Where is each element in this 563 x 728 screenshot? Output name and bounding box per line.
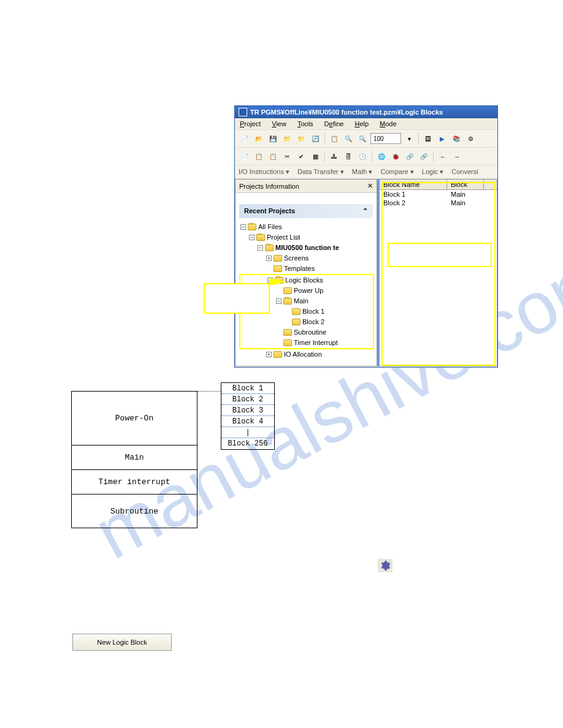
menu-tools[interactable]: Tools xyxy=(297,120,313,127)
page-icon[interactable]: 📋 xyxy=(328,132,340,145)
page-icon[interactable]: 📄 xyxy=(239,150,251,162)
callout-tail xyxy=(270,278,287,286)
menu-define[interactable]: Define xyxy=(324,120,344,127)
tree-io-allocation[interactable]: +IO Allocation xyxy=(240,349,374,360)
list-item: Block 256 xyxy=(221,438,274,449)
window-title: TR PGMS¥OffLine¥MIU0500 function test.pz… xyxy=(250,108,443,116)
network-icon[interactable]: 🖧 xyxy=(328,150,340,162)
select-icon[interactable]: ▦ xyxy=(309,150,321,162)
link-icon[interactable]: 🔗 xyxy=(404,150,416,162)
app-icon xyxy=(239,108,247,116)
lane-main: Main xyxy=(71,445,197,469)
list-item: | xyxy=(221,427,274,438)
lane-timer-interrupt: Timer interrupt xyxy=(71,469,197,494)
lane-power-on: Power-On xyxy=(71,391,197,445)
collapse-icon[interactable]: ⌃ xyxy=(362,207,368,215)
new-logic-block-button[interactable]: New Logic Block xyxy=(72,634,172,651)
titlebar: TR PGMS¥OffLine¥MIU0500 function test.pz… xyxy=(235,106,497,118)
instruction-bar: I/O Instructions ▾ Data Transfer ▾ Math … xyxy=(235,165,497,179)
tree-project-name[interactable]: −MIU0500 function te xyxy=(240,243,374,253)
tree-templates[interactable]: Templates xyxy=(240,264,374,274)
save-icon[interactable]: 💾 xyxy=(267,132,279,145)
instr-logic[interactable]: Logic ▾ xyxy=(422,168,443,175)
menu-help[interactable]: Help xyxy=(354,120,369,127)
arrow-right-icon[interactable]: → xyxy=(451,150,463,162)
instr-conversion[interactable]: Conversi xyxy=(451,168,478,175)
tree-block2[interactable]: Block 2 xyxy=(242,317,373,327)
stack-icon[interactable]: 📚 xyxy=(450,132,462,145)
tree-screens[interactable]: +Screens xyxy=(240,253,374,264)
panel-title: Projects Information xyxy=(239,183,299,190)
instr-io[interactable]: I/O Instructions ▾ xyxy=(239,168,289,175)
play-icon[interactable]: ▶ xyxy=(436,132,448,145)
db-icon[interactable]: 🗄 xyxy=(342,150,354,162)
open-icon[interactable]: 📂 xyxy=(253,132,265,145)
menu-project[interactable]: Project xyxy=(240,120,261,127)
list-item: Block 1 xyxy=(221,383,274,394)
arrow-left-icon[interactable]: ← xyxy=(437,150,449,162)
instr-math[interactable]: Math ▾ xyxy=(352,168,373,175)
highlight-right-inner xyxy=(388,243,492,267)
menubar: Project View Tools Define Help Mode xyxy=(235,118,497,130)
tree-timer-interrupt[interactable]: Timer Interrupt xyxy=(242,338,373,348)
globe-icon[interactable]: 🌐 xyxy=(375,150,388,162)
toolbar-2: 📄 📋 📋 ✂ ✔ ▦ 🖧 🗄 🕒 🌐 🐞 🔗 🔗 ← → xyxy=(235,148,497,165)
paste-icon[interactable]: 📋 xyxy=(267,150,279,162)
cut-icon[interactable]: ✂ xyxy=(281,150,293,162)
lane-subroutine: Subroutine xyxy=(71,494,197,528)
menu-view[interactable]: View xyxy=(272,120,286,127)
copy-icon[interactable]: 📋 xyxy=(253,150,265,162)
gear-icon-standalone xyxy=(378,559,393,572)
tree-subroutine[interactable]: Subroutine xyxy=(242,327,373,338)
chain-icon[interactable]: 🔗 xyxy=(418,150,430,162)
chevron-down-icon[interactable]: ▾ xyxy=(403,132,415,145)
list-item: Block 2 xyxy=(221,394,274,405)
projects-panel: Projects Information ✕ Recent Projects ⌃… xyxy=(235,179,377,366)
screen-icon[interactable]: 🖼 xyxy=(422,132,434,145)
gear-icon[interactable]: ⚙ xyxy=(464,132,477,145)
instr-data[interactable]: Data Transfer ▾ xyxy=(297,168,344,175)
menu-mode[interactable]: Mode xyxy=(380,120,397,127)
panel-header: Projects Information ✕ xyxy=(236,180,377,193)
list-item: Block 4 xyxy=(221,416,274,427)
check-icon[interactable]: ✔ xyxy=(295,150,307,162)
diagram-lanes: Power-On Main Timer interrupt Subroutine xyxy=(71,391,197,528)
diagram-blocks: Block 1 Block 2 Block 3 Block 4 | Block … xyxy=(221,382,275,450)
gear-svg-icon xyxy=(380,560,391,571)
zoom-out-icon[interactable]: 🔍 xyxy=(356,132,369,145)
diagram-connector xyxy=(197,391,221,392)
list-item: Block 3 xyxy=(221,405,274,416)
folder-star-icon[interactable]: 📁 xyxy=(295,132,307,145)
toolbar-1: 📄 📂 💾 📁 📁 🔄 📋 🔍 🔍 100 ▾ 🖼 ▶ 📚 ⚙ xyxy=(235,130,497,148)
refresh-icon[interactable]: 🔄 xyxy=(309,132,321,145)
bug-icon[interactable]: 🐞 xyxy=(389,150,402,162)
zoom-in-icon[interactable]: 🔍 xyxy=(342,132,354,145)
tree-all-files[interactable]: −All Files xyxy=(240,222,374,232)
panel-close-icon[interactable]: ✕ xyxy=(367,182,373,190)
recent-projects-header[interactable]: Recent Projects ⌃ xyxy=(239,204,373,218)
callout-box xyxy=(204,283,270,314)
instr-compare[interactable]: Compare ▾ xyxy=(380,168,413,175)
highlight-right-panel xyxy=(381,182,496,366)
clock-icon[interactable]: 🕒 xyxy=(356,150,369,162)
folder-icon[interactable]: 📁 xyxy=(281,132,293,145)
zoom-field[interactable]: 100 xyxy=(370,133,401,144)
new-icon[interactable]: 📄 xyxy=(239,132,251,145)
tree-project-list[interactable]: −Project List xyxy=(240,232,374,243)
